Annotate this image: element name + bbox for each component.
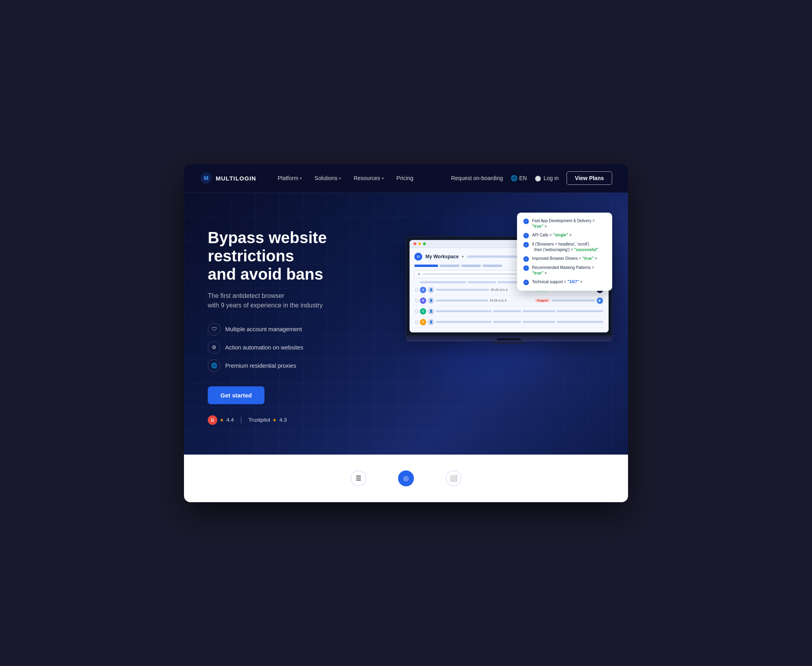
tab-2[interactable]: [461, 265, 481, 267]
code-line-3: ✓ if ('Browsers = headless', 'scroll') t…: [523, 242, 606, 253]
hero-left: Bypass website restrictions and avoid ba…: [208, 225, 398, 425]
nav-pricing[interactable]: Pricing: [391, 172, 419, 184]
language-selector[interactable]: 🌐 EN: [511, 175, 527, 181]
row-name: [436, 299, 488, 301]
code-line-2: ✓ API Calls = "single" >: [523, 232, 606, 238]
tab-1[interactable]: [440, 265, 460, 267]
nav-solutions[interactable]: Solutions ▾: [309, 172, 347, 184]
tab-3[interactable]: [483, 265, 502, 267]
page-container: M MULTILOGIN Platform ▾ Solutions ▾ Reso…: [184, 164, 628, 502]
star-icon: ★: [220, 417, 224, 423]
table-row: D 👤: [414, 317, 604, 328]
ws-icon-3: ⬜: [446, 470, 462, 486]
tab-active[interactable]: [414, 265, 438, 267]
avatar-img: 👤: [428, 308, 434, 315]
request-onboarding-link[interactable]: Request on-boarding: [451, 175, 503, 181]
workspace-label: My Workspace: [425, 254, 459, 259]
nav-links: Platform ▾ Solutions ▾ Resources ▾ Prici…: [272, 172, 451, 184]
nav-right: Request on-boarding 🌐 EN ⬤ Log in View P…: [451, 171, 612, 185]
ws-icon-1: ☰: [350, 470, 366, 486]
app-logo-small: M: [414, 253, 422, 261]
avatar-img: 👤: [428, 287, 434, 293]
feature-icon-1: ☰: [350, 470, 366, 486]
code-line-4: ✓ Improved Browser Drivers = "true" >: [523, 256, 606, 262]
workspace-chevron: ▾: [462, 255, 464, 259]
navbar: M MULTILOGIN Platform ▾ Solutions ▾ Reso…: [184, 164, 628, 193]
feature-icon-2: ◎: [398, 470, 414, 486]
row-ip: 25.25.111.3: [490, 299, 533, 302]
laptop-stand: [493, 342, 525, 344]
nav-resources[interactable]: Resources ▾: [348, 172, 389, 184]
hero-content: Bypass website restrictions and avoid ba…: [184, 193, 628, 449]
gear-icon: ⚙: [208, 341, 220, 354]
avatar: B: [420, 297, 426, 304]
row-ip-bar: [493, 310, 521, 312]
table-row: C 👤: [414, 306, 604, 317]
status-badge: Stopped: [535, 298, 550, 303]
login-icon: ⬤: [535, 175, 541, 181]
row-name: [436, 289, 489, 291]
check-icon: ✓: [523, 242, 529, 248]
chevron-down-icon: ▾: [300, 176, 302, 180]
g2-rating: G ★ 4.4: [208, 415, 234, 425]
feature-icon-3: ⬜: [446, 470, 462, 486]
feature-proxies: 🌐 Premium residential proxies: [208, 359, 398, 372]
trustpilot-rating: Trustpilot ★ 4.3: [248, 417, 287, 423]
row-extra-bar: [552, 299, 595, 301]
row-ip-bar: [493, 321, 521, 323]
row-checkbox[interactable]: [415, 321, 418, 324]
avatar: A: [420, 287, 426, 293]
table-row: B 👤 25.25.111.3 Stopped ▶: [414, 296, 604, 306]
row-checkbox[interactable]: [415, 310, 418, 313]
row-checkbox[interactable]: [415, 299, 418, 302]
code-line-5: ✓ Recommended Masking Patterns = "true" …: [523, 265, 606, 276]
action-button[interactable]: ▶: [597, 297, 603, 304]
hero-subheading: The first antidetect browser with 9 year…: [208, 291, 398, 310]
globe-proxy-icon: 🌐: [208, 359, 220, 372]
avatar-img: 👤: [428, 297, 434, 304]
th-check-spacer: [415, 281, 418, 283]
ws-icon-2: ◎: [398, 470, 414, 486]
th-ip: [468, 281, 496, 283]
avatar-img: 👤: [428, 319, 434, 325]
chevron-down-icon: ▾: [339, 176, 341, 180]
logo-icon: M: [200, 172, 213, 184]
row-extra-bar: [557, 310, 603, 312]
search-icon: [418, 273, 420, 275]
check-icon: ✓: [523, 219, 529, 224]
row-name: [436, 321, 492, 323]
maximize-dot: [423, 242, 426, 245]
star-icon: ★: [272, 417, 277, 423]
logo[interactable]: M MULTILOGIN: [200, 172, 256, 184]
minimize-dot: [418, 242, 421, 245]
code-line-1: ✓ Fast App Development & Delivery = "tru…: [523, 218, 606, 229]
check-icon: ✓: [523, 233, 529, 238]
chevron-down-icon: ▾: [382, 176, 384, 180]
check-icon: ✓: [523, 280, 529, 285]
get-started-button[interactable]: Get started: [208, 386, 264, 404]
row-extra-bar: [557, 321, 603, 323]
logo-text: MULTILOGIN: [216, 175, 256, 182]
row-checkbox[interactable]: [415, 288, 418, 292]
row-status-bar: [523, 310, 555, 312]
hero-heading: Bypass website restrictions and avoid ba…: [208, 228, 398, 283]
login-link[interactable]: ⬤ Log in: [535, 175, 559, 181]
avatar: C: [420, 308, 426, 315]
check-icon: ✓: [523, 265, 529, 271]
hero-features-list: 🛡 Multiple account management ⚙ Action a…: [208, 323, 398, 372]
laptop-notch: [497, 338, 521, 340]
view-plans-button[interactable]: View Plans: [567, 171, 612, 185]
close-dot: [414, 242, 416, 245]
white-section: ☰ ◎ ⬜: [184, 455, 628, 502]
svg-text:M: M: [204, 175, 209, 181]
code-line-6: ✓ Technical support = "24/7" >: [523, 279, 606, 285]
row-name: [436, 310, 492, 312]
laptop-base: [406, 336, 612, 342]
shield-icon: 🛡: [208, 323, 220, 336]
th-name: [420, 281, 466, 283]
row-status-bar: [523, 321, 555, 323]
nav-platform[interactable]: Platform ▾: [272, 172, 307, 184]
code-card: ✓ Fast App Development & Delivery = "tru…: [517, 213, 612, 291]
feature-account-mgmt: 🛡 Multiple account management: [208, 323, 398, 336]
hero-section: Bypass website restrictions and avoid ba…: [184, 193, 628, 455]
